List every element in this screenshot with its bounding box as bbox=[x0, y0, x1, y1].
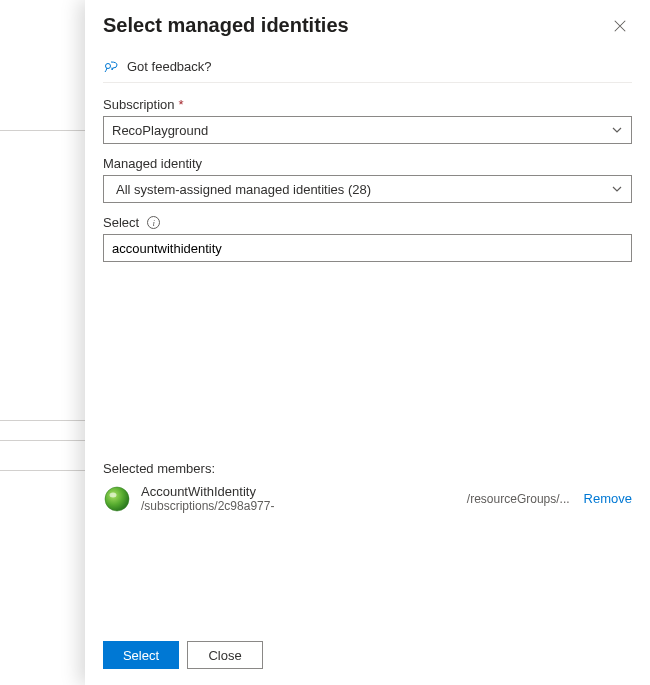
feedback-bar[interactable]: Got feedback? bbox=[103, 48, 632, 83]
managed-identity-label: Managed identity bbox=[103, 156, 632, 171]
managed-identity-value: All system-assigned managed identities (… bbox=[116, 182, 371, 197]
panel-footer: Select Close bbox=[85, 627, 650, 685]
svg-point-0 bbox=[106, 64, 111, 69]
close-icon[interactable] bbox=[608, 14, 632, 38]
required-indicator: * bbox=[179, 97, 184, 112]
feedback-label: Got feedback? bbox=[127, 59, 212, 74]
select-label: Select i bbox=[103, 215, 632, 230]
select-managed-identities-panel: Select managed identities Got feedback? … bbox=[85, 0, 650, 685]
panel-title: Select managed identities bbox=[103, 14, 349, 37]
member-path-left: /subscriptions/2c98a977- bbox=[141, 499, 274, 513]
selected-members-label: Selected members: bbox=[103, 461, 632, 476]
member-name: AccountWithIdentity bbox=[141, 484, 274, 499]
managed-identity-field: Managed identity All system-assigned man… bbox=[103, 156, 632, 203]
member-text: AccountWithIdentity /subscriptions/2c98a… bbox=[141, 484, 570, 513]
subscription-select[interactable]: RecoPlayground bbox=[103, 116, 632, 144]
member-path-right: /resourceGroups/... bbox=[461, 492, 570, 506]
select-input[interactable] bbox=[103, 234, 632, 262]
background-lines bbox=[0, 0, 85, 685]
subscription-field: Subscription * RecoPlayground bbox=[103, 97, 632, 144]
svg-point-1 bbox=[105, 487, 129, 511]
managed-identity-select[interactable]: All system-assigned managed identities (… bbox=[103, 175, 632, 203]
close-button[interactable]: Close bbox=[187, 641, 263, 669]
chevron-down-icon bbox=[611, 183, 623, 195]
subscription-label: Subscription * bbox=[103, 97, 632, 112]
select-button[interactable]: Select bbox=[103, 641, 179, 669]
select-field: Select i bbox=[103, 215, 632, 262]
managed-identity-icon bbox=[103, 485, 131, 513]
remove-link[interactable]: Remove bbox=[584, 491, 632, 506]
panel-header: Select managed identities bbox=[85, 0, 650, 48]
subscription-value: RecoPlayground bbox=[112, 123, 208, 138]
spacer bbox=[103, 274, 632, 451]
member-row: AccountWithIdentity /subscriptions/2c98a… bbox=[103, 480, 632, 517]
info-icon[interactable]: i bbox=[147, 216, 160, 229]
selected-members-section: Selected members: bbox=[103, 461, 632, 627]
panel-body: Got feedback? Subscription * RecoPlaygro… bbox=[85, 48, 650, 627]
feedback-icon bbox=[103, 58, 119, 74]
chevron-down-icon bbox=[611, 124, 623, 136]
svg-point-2 bbox=[110, 492, 117, 497]
